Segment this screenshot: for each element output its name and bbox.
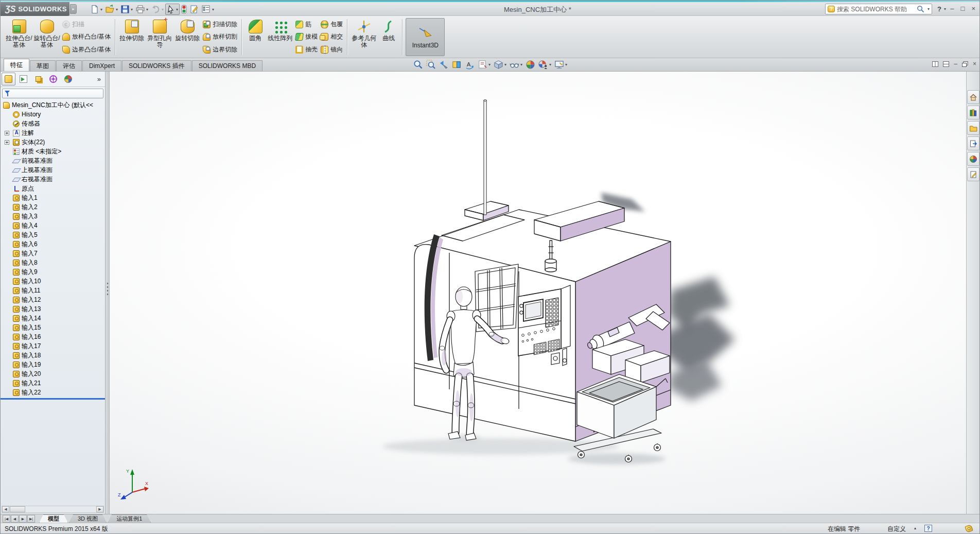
revolved-cut-button[interactable]: 旋转切除 [173, 17, 201, 57]
cnc-model-canvas[interactable] [110, 72, 966, 514]
tree-item[interactable]: 输入7 [1, 249, 105, 258]
tree-item[interactable]: 输入9 [1, 267, 105, 277]
sheet-tab[interactable]: 运动算例1 [108, 514, 151, 523]
last-sheet-icon[interactable]: ▶| [27, 515, 35, 523]
graphics-viewport[interactable]: Y X Z [110, 72, 966, 514]
swept-cut-button[interactable]: 扫描切除 [203, 19, 237, 30]
dropdown-caret[interactable]: ▾ [520, 62, 522, 67]
hide-show-items-icon[interactable] [509, 59, 520, 70]
tree-item[interactable]: 原点 [1, 184, 105, 193]
zoom-to-area-icon[interactable] [425, 59, 436, 70]
propertymanager-tab[interactable] [16, 73, 30, 85]
boundary-boss-button[interactable]: 边界凸台/基体 [62, 44, 111, 56]
shell-button[interactable]: 抽壳 [295, 44, 318, 56]
tree-item[interactable]: 输入5 [1, 230, 105, 239]
configurationmanager-tab[interactable] [31, 73, 45, 85]
custom-status-dropdown[interactable]: 自定义 [887, 525, 906, 533]
expand-toggle-icon[interactable] [5, 131, 9, 135]
search-dropdown-caret[interactable]: ▾ [927, 7, 930, 11]
help-search-box[interactable]: ? ▾ [825, 4, 932, 14]
tree-item[interactable]: 输入13 [1, 304, 105, 314]
tree-item[interactable]: 输入11 [1, 286, 105, 295]
tags-icon[interactable] [965, 524, 973, 533]
boundary-cut-button[interactable]: 边界切除 [203, 44, 237, 56]
lofted-boss-button[interactable]: 放样凸台/基体 [62, 31, 111, 43]
command-tab[interactable]: DimXpert [82, 60, 121, 71]
tree-item[interactable]: 输入2 [1, 202, 105, 212]
extruded-cut-button[interactable]: 拉伸切除 [118, 17, 146, 57]
linear-pattern-button[interactable]: 线性阵列 [266, 17, 294, 57]
scroll-left-icon[interactable]: ◀ [2, 506, 9, 512]
revolved-boss-button[interactable]: 旋转凸台/基体 [33, 17, 61, 57]
expand-toggle-icon[interactable] [5, 140, 9, 145]
chip-cart[interactable] [574, 374, 668, 462]
quick-tips-button[interactable]: ? [924, 525, 932, 532]
save-button[interactable]: ▾ [119, 4, 134, 15]
tree-root-item[interactable]: Mesin_CNC加工中心 (默认<< [1, 100, 105, 110]
tree-item[interactable]: 输入17 [1, 341, 105, 351]
featuremanager-tab[interactable] [2, 73, 15, 85]
command-tab[interactable]: 评估 [56, 60, 82, 71]
dropdown-caret[interactable]: ▾ [488, 62, 491, 67]
tree-item[interactable]: 输入18 [1, 351, 105, 360]
view-palette-tab[interactable] [967, 136, 979, 150]
tree-item[interactable]: 输入6 [1, 239, 105, 249]
rollback-bar[interactable] [1, 398, 105, 400]
scroll-right-icon[interactable]: ▶ [96, 506, 103, 512]
previous-view-icon[interactable] [438, 59, 449, 70]
command-tab[interactable]: SOLIDWORKS 插件 [122, 60, 191, 71]
signal-pole[interactable] [484, 100, 486, 215]
lofted-cut-button[interactable]: 放样切割 [203, 31, 237, 43]
document-minimize-button[interactable]: – [954, 60, 957, 67]
splitter-grip[interactable] [107, 282, 109, 297]
curves-button[interactable]: 曲线 [378, 17, 399, 57]
tree-item[interactable]: 输入12 [1, 295, 105, 304]
tree-item[interactable]: 输入10 [1, 277, 105, 286]
dropdown-caret[interactable]: ▾ [504, 62, 506, 67]
open-button[interactable]: ▾ [104, 4, 119, 15]
draft-button[interactable]: 拔模 [295, 31, 318, 43]
appearances-tab[interactable] [967, 152, 979, 166]
tree-item[interactable]: 输入15 [1, 323, 105, 332]
apply-scene-icon[interactable] [537, 59, 549, 70]
tree-item[interactable]: 右视基准面 [1, 175, 105, 184]
zoom-to-fit-icon[interactable] [412, 59, 424, 70]
minimize-button[interactable]: – [950, 5, 954, 12]
options-button[interactable]: ▾ [200, 4, 215, 15]
scroll-thumb[interactable] [10, 506, 25, 512]
document-close-button[interactable]: × [973, 60, 976, 67]
rib-button[interactable]: 筋 [295, 19, 318, 30]
tree-item[interactable]: 输入4 [1, 221, 105, 230]
reference-geometry-button[interactable]: 参考几何体 [350, 17, 378, 57]
command-tab[interactable]: 特征 [4, 59, 29, 71]
tree-item[interactable]: 实体(22) [1, 137, 105, 147]
view-orientation-cube-icon[interactable] [493, 59, 504, 70]
tree-item[interactable]: 输入1 [1, 193, 105, 202]
tree-item[interactable]: 输入3 [1, 212, 105, 221]
tree-item[interactable]: 输入20 [1, 369, 105, 378]
file-properties-button[interactable] [188, 4, 200, 15]
resources-tab[interactable] [967, 90, 979, 104]
tree-item[interactable]: 上视基准面 [1, 165, 105, 175]
tree-item[interactable]: 注解 [1, 128, 105, 137]
wrap-button[interactable]: 包覆 [321, 19, 343, 30]
split-pane-horizontal-icon[interactable] [943, 61, 949, 67]
tree-item[interactable]: 输入14 [1, 314, 105, 323]
split-pane-icon[interactable] [932, 61, 938, 67]
intersect-button[interactable]: 相交 [321, 31, 343, 43]
tree-item[interactable]: 输入16 [1, 332, 105, 341]
first-sheet-icon[interactable]: |◀ [3, 515, 10, 523]
edit-appearance-icon[interactable] [524, 59, 536, 70]
tree-item[interactable]: 传感器 [1, 119, 105, 128]
select-tool-button[interactable]: ▾ [165, 4, 180, 15]
tree-item[interactable]: 前视基准面 [1, 156, 105, 165]
next-sheet-icon[interactable]: ▶ [19, 515, 27, 523]
close-button[interactable]: × [971, 5, 975, 12]
hole-wizard-button[interactable]: 异型孔向导 [146, 17, 173, 57]
dimxpertmanager-tab[interactable] [46, 73, 60, 85]
panel-splitter[interactable] [106, 72, 110, 514]
sheet-tab[interactable]: 3D 视图 [69, 514, 107, 523]
tree-item[interactable]: 输入21 [1, 378, 105, 388]
tree-item[interactable]: 材质 <未指定> [1, 147, 105, 156]
tree-item[interactable]: History [1, 110, 105, 119]
